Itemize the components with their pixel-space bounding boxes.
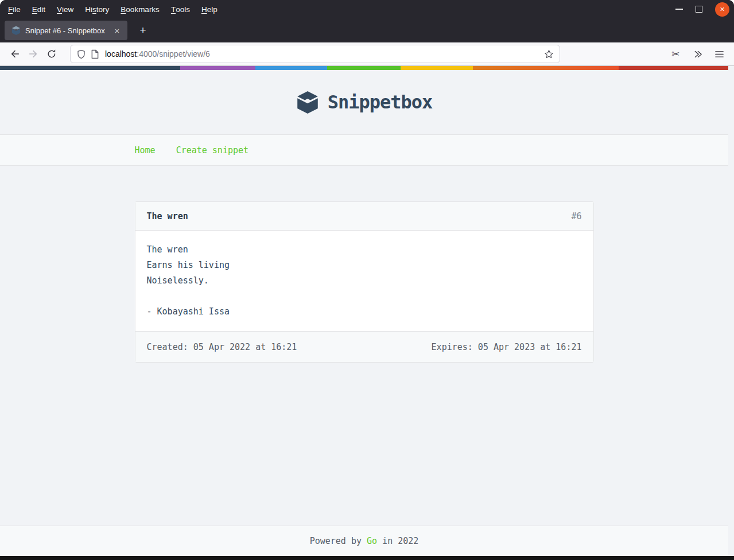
site-nav: Home Create snippet: [0, 134, 728, 166]
browser-window: File Edit View History Bookmarks Tools H…: [0, 0, 734, 560]
snippetbox-favicon-icon: [11, 26, 21, 35]
url-bar[interactable]: localhost:4000/snippet/view/6: [70, 45, 560, 63]
rainbow-bar: [0, 66, 728, 70]
rainbow-segment: [180, 66, 255, 70]
forward-button[interactable]: [24, 45, 42, 63]
page-info-icon[interactable]: [91, 49, 99, 59]
site-main: The wren #6 The wren Earns his living No…: [0, 166, 728, 526]
brand-title[interactable]: Snippetbox: [328, 91, 433, 113]
menu-file[interactable]: File: [2, 0, 26, 18]
menu-label-post: ools: [176, 5, 190, 14]
rainbow-segment: [255, 66, 328, 70]
snippetbox-logo-icon: [296, 91, 319, 114]
rainbow-segment: [0, 66, 180, 70]
menu-mnemonic: B: [121, 5, 126, 14]
forward-arrow-icon: [28, 49, 38, 59]
url-text[interactable]: localhost:4000/snippet/view/6: [105, 49, 542, 59]
menu-tools[interactable]: Tools: [165, 0, 196, 18]
url-path: :4000/snippet/view/6: [137, 49, 210, 59]
window-bottom-edge: [0, 556, 734, 560]
menu-bookmarks[interactable]: Bookmarks: [115, 0, 165, 18]
maximize-button[interactable]: [696, 6, 702, 13]
snippet-title: The wren: [147, 211, 188, 221]
snippet-card-header: The wren #6: [135, 202, 593, 231]
menu-mnemonic: V: [57, 5, 62, 14]
close-window-button[interactable]: ×: [715, 2, 729, 17]
menu-label-post: ookmarks: [126, 5, 160, 14]
titlebar: File Edit View History Bookmarks Tools H…: [0, 0, 734, 18]
menu-mnemonic: T: [171, 5, 176, 14]
rainbow-segment: [619, 66, 728, 70]
menu-label-post: elp: [207, 5, 218, 14]
back-arrow-icon: [10, 49, 20, 59]
navigation-toolbar: localhost:4000/snippet/view/6 ✂: [0, 42, 734, 66]
menu-label-post: dit: [37, 5, 45, 14]
snippet-expires: Expires: 05 Apr 2023 at 16:21: [432, 342, 582, 352]
reload-icon: [46, 49, 57, 59]
menu-mnemonic: F: [8, 5, 13, 14]
menu-history[interactable]: History: [79, 0, 115, 18]
back-button[interactable]: [6, 45, 24, 63]
toolbar-right-group: ✂: [666, 45, 728, 63]
scissors-glyph: ✂: [671, 49, 679, 59]
snippet-metadata: Created: 05 Apr 2022 at 16:21 Expires: 0…: [135, 331, 593, 362]
menu-label-post: ile: [13, 5, 21, 14]
site-nav-links: Home Create snippet: [135, 145, 594, 155]
rainbow-segment: [473, 66, 619, 70]
hamburger-menu-icon[interactable]: [710, 45, 728, 63]
rainbow-segment: [327, 66, 401, 70]
rainbow-segment: [401, 66, 473, 70]
nav-link-create-snippet[interactable]: Create snippet: [176, 145, 248, 155]
site-header: Snippetbox: [0, 70, 728, 134]
tab-close-icon[interactable]: ×: [111, 25, 123, 36]
footer-text-pre: Powered by: [310, 536, 367, 546]
menu-label-post: iew: [62, 5, 73, 14]
new-tab-button[interactable]: +: [134, 22, 152, 39]
minimize-button[interactable]: [675, 9, 683, 10]
shield-icon[interactable]: [76, 49, 86, 59]
menu-edit[interactable]: Edit: [26, 0, 51, 18]
nav-link-home[interactable]: Home: [135, 145, 156, 155]
site-footer: Powered by Go in 2022: [0, 526, 728, 556]
menu-view[interactable]: View: [51, 0, 79, 18]
footer-text-post: in 2022: [377, 536, 418, 546]
snippet-created: Created: 05 Apr 2022 at 16:21: [147, 342, 297, 352]
menu-label-post: tory: [96, 5, 110, 14]
overflow-chevron-icon[interactable]: [688, 45, 706, 63]
tab-title: Snippet #6 - Snippetbox: [25, 26, 111, 35]
menu-mnemonic: H: [201, 5, 207, 14]
url-host: localhost: [105, 49, 137, 59]
reload-button[interactable]: [42, 45, 61, 63]
window-controls: ×: [675, 2, 729, 17]
menu-mnemonic: s: [92, 5, 96, 14]
menu-label-pre: Hi: [85, 5, 92, 14]
tab-strip: Snippet #6 - Snippetbox × +: [0, 18, 734, 42]
footer-go-link[interactable]: Go: [367, 536, 377, 546]
snippet-content: The wren Earns his living Noiselessly. -…: [135, 231, 593, 331]
screenshot-icon[interactable]: ✂: [666, 45, 685, 63]
menu-help[interactable]: Help: [196, 0, 223, 18]
menu-mnemonic: E: [32, 5, 37, 14]
snippet-card: The wren #6 The wren Earns his living No…: [135, 201, 594, 363]
bookmark-star-icon[interactable]: [542, 47, 556, 61]
active-tab[interactable]: Snippet #6 - Snippetbox ×: [5, 21, 127, 40]
menubar: File Edit View History Bookmarks Tools H…: [2, 0, 223, 18]
page-viewport: Snippetbox Home Create snippet The wren …: [0, 66, 734, 556]
snippet-id: #6: [571, 211, 581, 221]
